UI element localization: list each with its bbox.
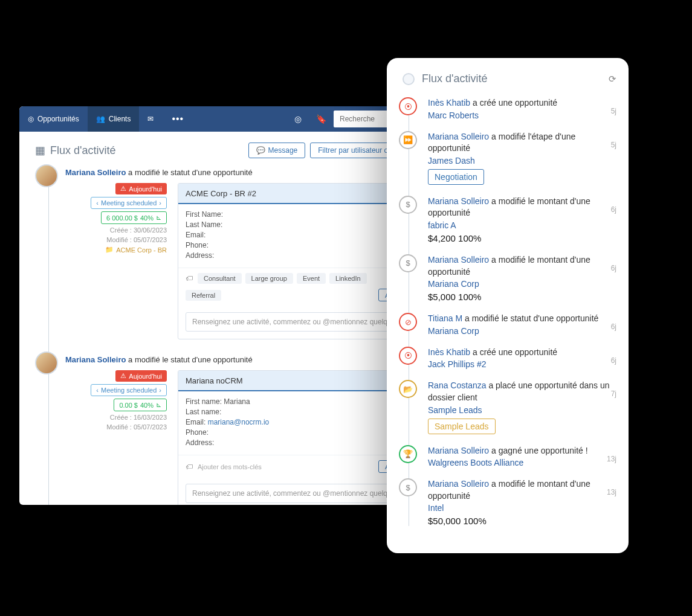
user-link[interactable]: Mariana Solleiro [428,132,489,141]
chevron-left-icon: ‹ [96,387,99,394]
tag[interactable]: Large group [245,273,293,284]
tab-label: Clients [109,115,131,123]
entry-title: Mariana Solleiro a modifié le statut d'u… [65,355,427,364]
target-nav-icon[interactable]: ◎ [287,114,309,124]
field-row: First Name: [186,210,419,219]
message-button[interactable]: 💬 Message [248,143,306,158]
email-link[interactable]: mariana@nocrm.io [208,418,270,426]
panel-header: Flux d'activité ⟳ [399,72,616,85]
trophy-icon: 🏆 [399,445,417,463]
panel-item: ⦿Inès Khatib a créé une opportunitéJack … [428,347,616,370]
panel-item: $Mariana Solleiro a modifié le montant d… [428,254,616,302]
opportunity-link[interactable]: James Dash [428,156,616,165]
refresh-icon[interactable]: ⟳ [609,74,616,85]
user-link[interactable]: Mariana Solleiro [428,479,489,489]
opportunity-link[interactable]: Sample Leads [428,405,616,415]
user-link[interactable]: Inès Khatib [428,347,470,357]
tag[interactable]: Consultant [198,273,242,284]
card-title: ACME Corp - BR #2 [186,189,256,198]
topbar: ◎ Opportunités 👥 Clients ✉ ••• ◎ 🔖 [19,106,442,132]
time-ago: 7j [611,390,616,398]
opportunity-link[interactable]: fabric A [428,220,616,230]
user-link[interactable]: Mariana Solleiro [65,168,126,177]
time-ago: 5j [611,107,616,115]
panel-item: 🏆Mariana Solleiro a gagné une opportunit… [428,445,616,468]
tab-mail[interactable]: ✉ [139,106,162,132]
time-ago: 6j [611,322,616,331]
user-link[interactable]: Titiana M [428,313,462,323]
tag-placeholder[interactable]: Ajouter des mots-clés [198,463,262,470]
dollar-icon: $ [399,254,417,272]
mail-icon: ✉ [147,115,154,123]
action-text: a modifié le statut d'une opportunité [128,355,253,364]
field-row: First name: Mariana [186,397,419,406]
opportunity-link[interactable]: Marc Roberts [428,111,616,120]
action-text: a gagné une opportunité ! [491,446,588,455]
panel-item-text: Inès Khatib a créé une opportunité [428,97,616,109]
comment-input[interactable]: Renseignez une activité, commentez ou @m… [186,484,419,503]
modified-date: Modifié : 05/07/2023 [106,236,167,243]
modified-date: Modifié : 05/07/2023 [106,423,167,431]
panel-item: ⏩Mariana Solleiro a modifié l'étape d'un… [428,131,616,185]
page-header: ▦ Flux d'activité 💬 Message Filtrer par … [35,143,427,158]
tab-opportunities[interactable]: ◎ Opportunités [19,106,88,132]
tag[interactable]: LinkedIn [329,273,367,284]
tag-icon: 🏷 [186,463,193,471]
time-ago: 13j [607,455,616,463]
folder-link[interactable]: 📁ACME Corp - BR [105,246,167,254]
tab-label: Opportunités [37,115,79,123]
panel-item: ⊘Titiana M a modifié le statut d'une opp… [428,313,616,336]
panel-item: $Mariana Solleiro a modifié le montant d… [428,196,616,243]
card-title: Mariana noCRM [186,376,243,385]
user-link[interactable]: Mariana Solleiro [428,446,489,455]
opportunity-link[interactable]: Intel [428,503,616,513]
activity-entry: Mariana Solleiro a modifié le statut d'u… [65,168,427,339]
tab-more[interactable]: ••• [162,114,193,124]
tag-icon: 🏷 [186,274,193,283]
user-link[interactable]: Rana Costanza [428,380,487,390]
chart-icon: ⊾ [156,401,161,409]
bookmark-icon[interactable]: 🔖 [309,114,334,124]
opportunity-link[interactable]: Jack Phillips #2 [428,359,616,369]
amount-text: $50,000 100% [428,516,616,526]
warning-icon: ⚠ [120,372,126,380]
user-link[interactable]: Mariana Solleiro [65,355,126,364]
opportunity-link[interactable]: Mariana Corp [428,279,616,289]
entry-title: Mariana Solleiro a modifié le statut d'u… [65,168,427,177]
panel-item-text: Rana Costanza a placé une opportunité da… [428,380,616,403]
status-badge: Negotiation [428,169,484,185]
action-text: a modifié le statut d'une opportunité [128,168,253,177]
avatar[interactable] [35,351,58,374]
time-ago: 5j [611,141,616,149]
chart-icon: ⊾ [156,214,161,222]
tab-clients[interactable]: 👥 Clients [88,106,140,132]
step-badge[interactable]: ‹Meeting scheduled› [91,384,167,396]
tag[interactable]: Event [297,273,326,284]
step-badge[interactable]: ‹Meeting scheduled› [91,197,167,209]
user-link[interactable]: Inès Khatib [428,98,470,107]
user-link[interactable]: Mariana Solleiro [428,255,489,265]
tag[interactable]: Referral [186,290,221,301]
field-row: Email: mariana@nocrm.io [186,418,419,426]
timeline: Mariana Solleiro a modifié le statut d'u… [35,168,427,505]
today-badge: ⚠Aujourd'hui [115,370,167,382]
panel-title: Flux d'activité [422,72,601,85]
activity-panel: Flux d'activité ⟳ ⦿Inès Khatib a créé un… [387,58,629,553]
user-link[interactable]: Mariana Solleiro [428,196,489,206]
field-row: Address: [186,438,419,447]
time-ago: 6j [611,205,616,214]
field-row: Address: [186,251,419,260]
chevron-left-icon: ‹ [96,199,99,207]
target-icon: ⦿ [399,97,417,115]
time-ago: 6j [611,264,616,272]
opportunity-link[interactable]: Mariana Corp [428,326,616,336]
warning-icon: ⚠ [120,185,126,193]
comment-input[interactable]: Renseignez une activité, commentez ou @m… [186,312,419,332]
field-row: Phone: [186,241,419,249]
avatar[interactable] [35,164,58,187]
amount-badge: 6 000.00 $ 40% ⊾ [101,211,167,224]
folder-icon: 📂 [399,380,417,398]
panel-item-text: Mariana Solleiro a modifié le montant d'… [428,196,616,219]
content-area: ▦ Flux d'activité 💬 Message Filtrer par … [19,132,442,505]
opportunity-link[interactable]: Walgreens Boots Alliance [428,458,616,467]
